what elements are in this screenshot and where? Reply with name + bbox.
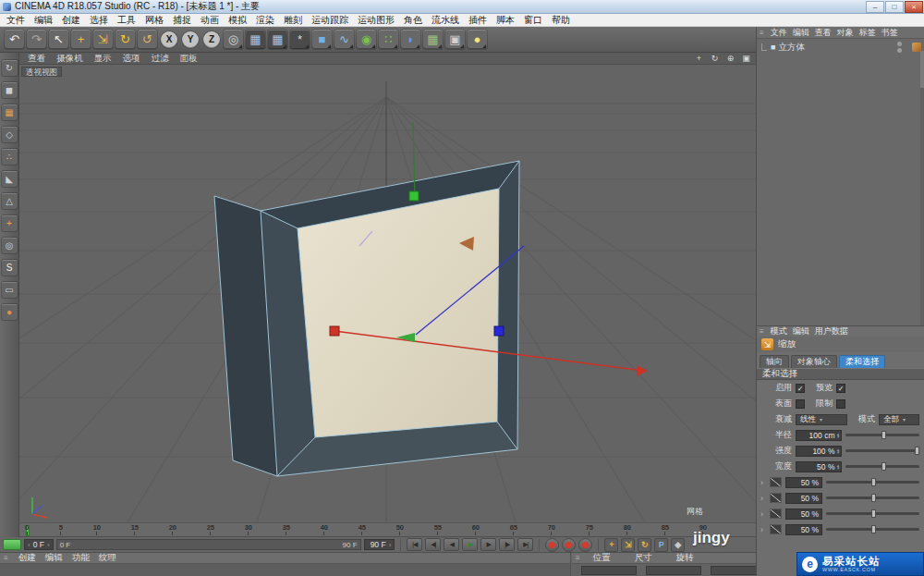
current-frame-field[interactable]: ‹ 0 F › [24, 539, 54, 550]
goto-end-button[interactable]: ▶| [517, 538, 533, 551]
minimize-button[interactable]: – [866, 1, 884, 13]
material-list-area[interactable] [0, 564, 570, 576]
prev-frame-button[interactable]: ◀ [444, 538, 459, 551]
enable-axis-icon[interactable]: + [2, 215, 18, 231]
attribute-tab[interactable]: 柔和选择 [839, 355, 885, 368]
menu-item[interactable]: 文件 [2, 14, 30, 27]
material-menu-item[interactable]: 纹理 [94, 552, 121, 564]
material-menu-item[interactable]: 创建 [14, 552, 41, 564]
falloff-curve-row[interactable]: 50 % [757, 490, 924, 506]
preview-checkbox[interactable]: ✓ [836, 384, 845, 393]
camera-icon[interactable]: ▣ [445, 30, 465, 49]
panel-grip-icon[interactable]: ≡ [576, 554, 580, 562]
record-pla-toggle[interactable]: ◆ [671, 538, 685, 552]
curve-value-slider[interactable] [826, 496, 919, 499]
current-frame-scrubber[interactable] [3, 539, 21, 550]
menu-item[interactable]: 编辑 [30, 14, 57, 27]
menu-item[interactable]: 选择 [85, 14, 113, 27]
curve-value-slider[interactable] [826, 481, 919, 484]
autokey-button[interactable] [562, 538, 576, 552]
viewport-menu-item[interactable]: 过滤 [147, 53, 174, 65]
frame-decrement-icon[interactable]: ‹ [28, 541, 30, 549]
frame-increment-icon[interactable]: › [47, 541, 50, 549]
record-rotation-toggle[interactable]: ↻ [638, 538, 651, 552]
frame-range-slider[interactable]: 0 F 90 F [56, 539, 361, 550]
viewport-menu-item[interactable]: 面板 [176, 53, 202, 65]
record-keyframe-button[interactable] [545, 538, 559, 552]
object-manager-menu-item[interactable]: 对象 [834, 27, 857, 39]
close-button[interactable]: × [905, 1, 923, 13]
play-button[interactable]: ▶ [462, 538, 478, 551]
panel-grip-icon[interactable]: ≡ [760, 327, 764, 336]
make-editable-icon[interactable]: ↻ [2, 60, 18, 76]
surface-checkbox[interactable] [796, 399, 805, 409]
last-tool-icon[interactable]: ↺ [138, 30, 157, 49]
y-axis-handle[interactable] [409, 191, 419, 201]
attribute-tab[interactable]: 对象轴心 [791, 355, 837, 368]
enable-checkbox[interactable]: ✓ [796, 384, 805, 393]
object-manager-menu-item[interactable]: 标签 [857, 27, 879, 39]
strength-field[interactable]: 100 % ▴▾ [796, 446, 842, 457]
enable-snap-icon[interactable]: S [2, 260, 18, 276]
goto-start-button[interactable]: |◀ [407, 538, 422, 551]
menu-item[interactable]: 窗口 [519, 14, 547, 27]
model-mode-icon[interactable]: ◼ [2, 82, 18, 98]
menu-item[interactable]: 帮助 [547, 14, 575, 27]
spinner-icon[interactable]: ▴▾ [836, 433, 839, 437]
undo-icon[interactable]: ↶ [5, 30, 24, 49]
viewport-panel[interactable]: 查看摄像机显示选项过滤面板 +↻⊕▣ 透视视图 [19, 53, 756, 522]
next-frame-button[interactable]: ▶ [480, 538, 496, 551]
render-settings-icon[interactable]: * [290, 30, 310, 49]
viewport-menu-item[interactable]: 查看 [23, 53, 50, 65]
sculpt-layer-icon[interactable]: ● [2, 304, 18, 320]
object-manager-menu-item[interactable]: 编辑 [790, 27, 812, 39]
pan-view-icon[interactable]: + [693, 53, 705, 64]
menu-item[interactable]: 捕捉 [168, 14, 196, 27]
view-label[interactable]: 透视视图 [21, 67, 62, 77]
falloff-curve-row[interactable]: 50 % [757, 521, 924, 537]
falloff-curve-row[interactable]: 50 % [757, 506, 924, 521]
curve-value-field[interactable]: 50 % [785, 524, 822, 535]
menu-item[interactable]: 流水线 [427, 14, 464, 27]
material-menu-item[interactable]: 编辑 [41, 552, 67, 564]
x-axis-handle[interactable] [330, 326, 339, 336]
curve-value-slider[interactable] [826, 512, 919, 515]
x-axis-button[interactable]: X [161, 31, 177, 48]
panel-grip-icon[interactable]: ≡ [760, 29, 764, 37]
spinner-icon[interactable]: ▴▾ [836, 464, 839, 469]
frame-increment-icon[interactable]: › [389, 541, 392, 549]
position-field[interactable] [581, 566, 637, 575]
object-row[interactable]: ■ 立方体 [757, 41, 924, 54]
points-mode-icon[interactable]: ∴ [2, 149, 18, 165]
size-field[interactable] [646, 566, 701, 575]
menu-item[interactable]: 渲染 [251, 14, 279, 27]
menu-item[interactable]: 网格 [140, 14, 168, 27]
menu-item[interactable]: 创建 [57, 14, 85, 27]
object-manager-menu-item[interactable]: 书签 [879, 27, 901, 39]
maximize-button[interactable]: □ [885, 1, 904, 13]
texture-mode-icon[interactable]: ▦ [2, 104, 18, 120]
menu-item[interactable]: 工具 [113, 14, 140, 27]
menu-item[interactable]: 动画 [196, 14, 224, 27]
render-view-icon[interactable]: ▦ [246, 30, 265, 49]
end-frame-field[interactable]: 90 F › [364, 539, 395, 550]
record-parameter-toggle[interactable]: P [654, 538, 668, 552]
menu-item[interactable]: 运动图形 [353, 14, 399, 27]
subdivision-surface-icon[interactable]: ◉ [357, 30, 376, 49]
curve-value-slider[interactable] [826, 528, 919, 531]
z-axis-button[interactable]: Z [203, 31, 220, 48]
menu-item[interactable]: 脚本 [492, 14, 519, 27]
zoom-view-icon[interactable]: ⊕ [724, 53, 736, 64]
object-list-scrollbar[interactable] [920, 51, 924, 337]
object-manager-menu-item[interactable]: 文件 [768, 27, 790, 39]
width-slider[interactable] [845, 465, 919, 468]
curve-value-field[interactable]: 50 % [785, 477, 822, 488]
radius-field[interactable]: 100 cm ▴▾ [796, 430, 842, 441]
menu-item[interactable]: 插件 [464, 14, 492, 27]
radius-slider[interactable] [845, 434, 919, 436]
y-axis-button[interactable]: Y [182, 31, 199, 48]
mode-dropdown[interactable]: 全部 ▾ [879, 414, 919, 425]
edges-mode-icon[interactable]: ◣ [2, 171, 18, 187]
render-picture-viewer-icon[interactable]: ▦ [268, 30, 287, 49]
keyframe-selection-button[interactable] [578, 538, 592, 552]
